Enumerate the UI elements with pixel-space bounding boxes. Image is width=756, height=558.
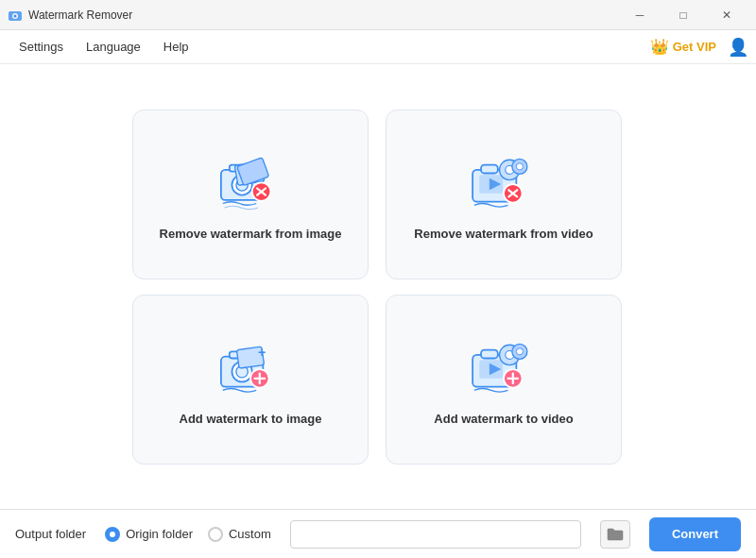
main-content: Remove watermark from image	[0, 64, 756, 509]
svg-rect-34	[481, 349, 498, 358]
output-folder-label: Output folder	[15, 527, 86, 541]
title-bar-left: Watermark Remover	[8, 8, 132, 23]
title-bar-controls: ─ □ ✕	[618, 0, 748, 30]
remove-watermark-video-card[interactable]: Remove watermark from video	[386, 110, 622, 279]
add-watermark-image-card[interactable]: + Add watermark to image	[132, 295, 369, 465]
maximize-button[interactable]: □	[662, 0, 705, 30]
help-menu[interactable]: Help	[152, 34, 200, 59]
folder-browse-icon	[607, 527, 624, 542]
menu-items: Settings Language Help	[8, 34, 200, 59]
add-watermark-video-card[interactable]: Add watermark to video	[386, 295, 622, 465]
close-button[interactable]: ✕	[705, 0, 748, 30]
remove-video-label: Remove watermark from video	[414, 227, 593, 241]
app-icon	[8, 8, 23, 23]
menu-bar: Settings Language Help 👑 Get VIP 👤	[0, 30, 756, 64]
add-video-icon	[466, 332, 541, 398]
minimize-button[interactable]: ─	[618, 0, 662, 30]
menu-right: 👑 Get VIP 👤	[650, 37, 748, 58]
svg-rect-8	[237, 157, 269, 185]
title-bar-text: Watermark Remover	[28, 8, 132, 22]
custom-folder-label: Custom	[229, 527, 271, 541]
settings-menu[interactable]: Settings	[8, 34, 75, 59]
origin-folder-label: Origin folder	[126, 527, 193, 541]
custom-folder-option[interactable]: Custom	[208, 527, 271, 542]
crown-icon: 👑	[650, 38, 669, 56]
remove-image-label: Remove watermark from image	[160, 227, 342, 241]
svg-point-2	[14, 14, 17, 17]
origin-folder-option[interactable]: Origin folder	[105, 527, 193, 542]
user-icon[interactable]: 👤	[728, 37, 748, 58]
remove-watermark-image-card[interactable]: Remove watermark from image	[132, 110, 369, 279]
remove-video-icon	[466, 147, 541, 213]
language-menu[interactable]: Language	[75, 34, 152, 59]
title-bar: Watermark Remover ─ □ ✕	[0, 0, 756, 30]
get-vip-label: Get VIP	[673, 40, 716, 54]
get-vip-button[interactable]: 👑 Get VIP	[650, 38, 716, 56]
add-video-label: Add watermark to video	[434, 412, 573, 426]
add-image-icon: +	[213, 332, 288, 398]
add-image-label: Add watermark to image	[180, 412, 322, 426]
convert-button[interactable]: Convert	[649, 517, 741, 551]
custom-path-input[interactable]	[290, 520, 581, 549]
browse-folder-button[interactable]	[600, 520, 630, 549]
svg-rect-13	[481, 164, 498, 173]
svg-point-40	[516, 347, 523, 354]
bottom-bar: Output folder Origin folder Custom Conve…	[0, 509, 756, 558]
custom-folder-radio[interactable]	[208, 527, 223, 542]
remove-image-icon	[213, 147, 288, 213]
cards-grid: Remove watermark from image	[132, 110, 624, 465]
origin-folder-radio[interactable]	[105, 527, 120, 542]
radio-group: Origin folder Custom	[105, 527, 271, 542]
svg-text:+: +	[258, 344, 266, 359]
svg-point-19	[516, 162, 523, 169]
